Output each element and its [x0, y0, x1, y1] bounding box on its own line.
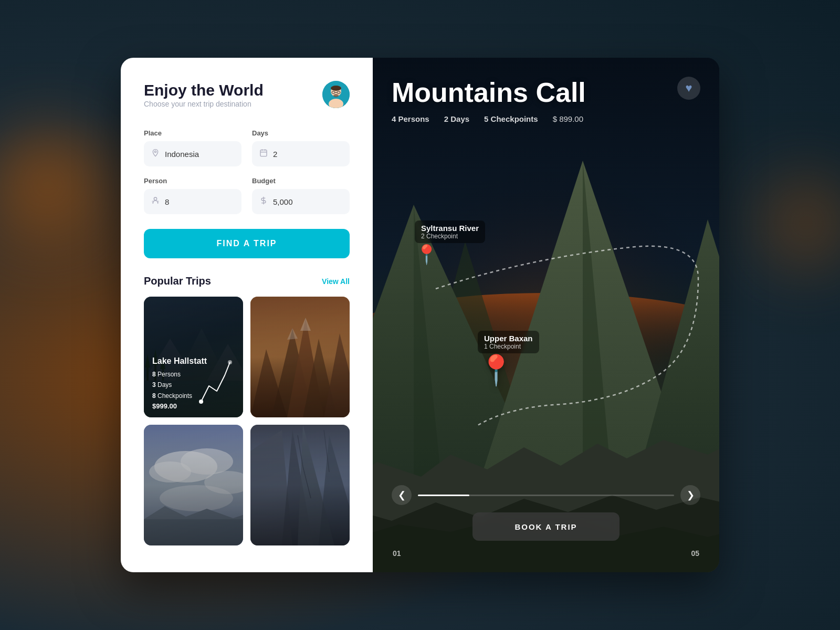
meta-persons: 4 Persons — [392, 114, 429, 123]
svg-point-14 — [152, 201, 154, 203]
svg-point-4 — [333, 94, 339, 97]
card-price: $999.00 — [152, 402, 235, 410]
popular-trips-title: Popular Trips — [144, 275, 211, 287]
bottom-bar: ❮ ❯ BOOK A TRIP 01 05 — [373, 475, 719, 572]
person-label: Person — [144, 177, 242, 185]
svg-point-15 — [157, 201, 159, 203]
pin-small: 📍 — [415, 245, 485, 264]
budget-label: Budget — [252, 177, 350, 185]
app-title-block: Enjoy the World Choose your next trip de… — [144, 81, 264, 125]
trip-card-lake-hallstatt[interactable]: Lake Hallstatt 8 Persons 3 Days 8 Checkp… — [144, 297, 243, 417]
nav-arrows: ❮ ❯ — [392, 485, 700, 505]
budget-input-wrapper[interactable] — [252, 189, 350, 214]
days-label: Days — [252, 129, 350, 137]
card-overlay-2 — [250, 297, 350, 417]
right-panel: Mountains Call 4 Persons 2 Days 5 Checkp… — [373, 58, 719, 572]
book-trip-button[interactable]: BOOK A TRIP — [472, 512, 620, 541]
slide-end: 05 — [691, 549, 699, 558]
checkpoint-label-2: Upper Baxan 1 Checkpoint — [478, 331, 539, 353]
card-stat: 8 Persons 3 Days 8 Checkpoints — [152, 369, 235, 401]
card-overlay-4 — [250, 425, 350, 545]
progress-fill — [418, 495, 469, 496]
favorite-button[interactable]: ♥ — [677, 77, 700, 100]
meta-checkpoints: 5 Checkpoints — [484, 114, 538, 123]
days-input[interactable] — [273, 150, 342, 159]
checkpoint-label-1: Syltransu River 2 Checkpoint — [415, 220, 485, 243]
app-title: Enjoy the World — [144, 81, 264, 100]
heart-icon: ♥ — [685, 81, 692, 95]
trips-grid: Lake Hallstatt 8 Persons 3 Days 8 Checkp… — [144, 297, 350, 545]
trip-card-mountain[interactable] — [250, 297, 350, 417]
budget-icon — [259, 196, 268, 207]
prev-icon: ❮ — [398, 489, 406, 501]
trip-meta: 4 Persons 2 Days 5 Checkpoints $ 899.00 — [392, 114, 700, 123]
calendar-icon — [259, 149, 268, 159]
view-all-link[interactable]: View All — [322, 277, 350, 286]
svg-rect-9 — [260, 150, 267, 156]
slide-start: 01 — [393, 549, 401, 558]
person-input[interactable] — [165, 197, 234, 206]
card-overlay-3 — [144, 425, 243, 545]
place-group: Place — [144, 129, 242, 166]
header-row: Enjoy the World Choose your next trip de… — [144, 81, 350, 125]
svg-point-3 — [331, 86, 341, 91]
svg-point-13 — [154, 197, 156, 200]
place-input-wrapper[interactable] — [144, 141, 242, 166]
card-content: Lake Hallstatt 8 Persons 3 Days 8 Checkp… — [144, 349, 243, 417]
meta-price: $ 899.00 — [553, 114, 583, 123]
checkpoint-syltransu: Syltransu River 2 Checkpoint 📍 — [415, 220, 485, 264]
slide-numbers: 01 05 — [392, 549, 700, 558]
next-arrow-button[interactable]: ❯ — [680, 485, 700, 505]
person-icon — [151, 196, 160, 207]
left-panel: Enjoy the World Choose your next trip de… — [121, 58, 373, 572]
days-group: Days — [252, 129, 350, 166]
location-icon — [151, 149, 160, 159]
avatar[interactable] — [322, 81, 350, 108]
app-subtitle: Choose your next trip destination — [144, 100, 264, 108]
svg-point-8 — [154, 151, 156, 152]
featured-info: Mountains Call 4 Persons 2 Days 5 Checkp… — [392, 77, 700, 123]
card-title: Lake Hallstatt — [152, 356, 235, 366]
budget-group: Budget — [252, 177, 350, 214]
person-input-wrapper[interactable] — [144, 189, 242, 214]
find-trip-button[interactable]: FIND A TRIP — [144, 229, 350, 258]
pin-large: 📍 — [478, 355, 539, 385]
checkpoint-upper-baxan: Upper Baxan 1 Checkpoint 📍 — [478, 331, 539, 385]
place-input[interactable] — [165, 150, 234, 159]
trip-card-clouds[interactable] — [144, 425, 243, 545]
budget-input[interactable] — [273, 197, 342, 206]
search-form: Place Days — [144, 129, 350, 214]
featured-trip-name: Mountains Call — [392, 77, 700, 108]
next-icon: ❯ — [687, 489, 695, 501]
days-input-wrapper[interactable] — [252, 141, 350, 166]
meta-days: 2 Days — [444, 114, 469, 123]
person-group: Person — [144, 177, 242, 214]
prev-arrow-button[interactable]: ❮ — [392, 485, 412, 505]
book-btn-wrapper: BOOK A TRIP — [392, 512, 700, 541]
place-label: Place — [144, 129, 242, 137]
trip-card-rock[interactable] — [250, 425, 350, 545]
popular-header: Popular Trips View All — [144, 275, 350, 287]
progress-bar — [418, 495, 674, 496]
